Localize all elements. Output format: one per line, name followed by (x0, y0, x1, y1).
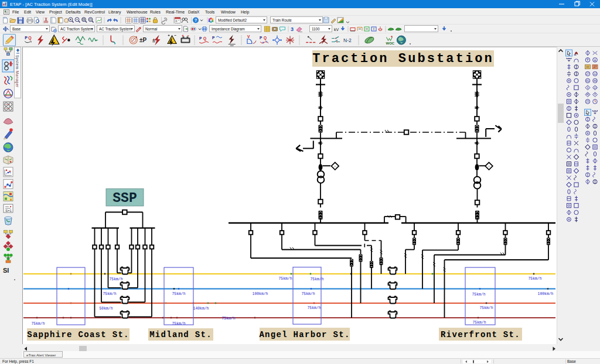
svg-text:75km/h: 75km/h (103, 292, 116, 296)
svg-text:75km/h: 75km/h (310, 277, 323, 281)
svg-text:Q: Q (28, 36, 32, 40)
svg-text:50km/h: 50km/h (99, 307, 112, 311)
svg-text:75km/h: 75km/h (221, 317, 235, 321)
svg-text:12: 12 (594, 72, 597, 75)
svg-text:S=1: S=1 (5, 209, 12, 212)
svg-text:8: 8 (594, 93, 596, 96)
svg-text:Sapphire Coast St.: Sapphire Coast St. (27, 330, 129, 339)
svg-text:75km/h: 75km/h (479, 306, 493, 310)
svg-text:21: 21 (586, 99, 589, 103)
svg-text:SI: SI (3, 267, 9, 274)
svg-text:P: P (199, 36, 202, 40)
svg-text:140km/h: 140km/h (193, 307, 209, 311)
svg-text:40: 40 (586, 93, 589, 96)
svg-text:N-2: N-2 (343, 37, 352, 43)
svg-text:27: 27 (586, 72, 589, 75)
svg-text:75km/h: 75km/h (472, 293, 485, 297)
svg-text:Midland St.: Midland St. (149, 330, 212, 339)
svg-text:75km/h: 75km/h (307, 306, 321, 310)
svg-text:±P: ±P (139, 37, 146, 43)
svg-text:WOC: WOC (386, 42, 395, 45)
svg-text:3: 3 (291, 26, 294, 32)
svg-text:?: ? (195, 18, 197, 23)
svg-text:21: 21 (488, 165, 490, 168)
svg-text:Traction Substation: Traction Substation (312, 51, 494, 66)
svg-text:SSP: SSP (112, 191, 137, 206)
svg-text:75km/h: 75km/h (31, 322, 45, 326)
svg-text:75km/h: 75km/h (172, 322, 185, 326)
svg-text:75km/h: 75km/h (172, 292, 185, 296)
svg-text:kV: kV (334, 28, 339, 32)
svg-text:P: P (260, 36, 262, 40)
svg-text:75km/h: 75km/h (528, 277, 541, 281)
svg-text:P: P (25, 36, 28, 40)
svg-text:Q: Q (203, 36, 206, 41)
svg-text:13: 13 (594, 87, 597, 90)
svg-text:Riverfront St.: Riverfront St. (441, 330, 520, 339)
svg-text:100km/h: 100km/h (253, 292, 268, 296)
svg-text:Angel Harbor St.: Angel Harbor St. (259, 330, 350, 339)
svg-text:Q: Q (264, 36, 267, 40)
svg-text:27: 27 (594, 65, 597, 68)
svg-text:75km/h: 75km/h (278, 277, 292, 281)
svg-text:75km/h: 75km/h (472, 321, 486, 325)
svg-text:V: V (247, 35, 250, 39)
svg-text:100km/h: 100km/h (538, 292, 554, 296)
svg-text:21: 21 (334, 165, 337, 168)
svg-text:81: 81 (586, 79, 589, 83)
svg-text:46: 46 (594, 79, 597, 83)
svg-text:75km/h: 75km/h (109, 277, 122, 281)
svg-text:75km/h: 75km/h (301, 292, 315, 296)
svg-text:9: 9 (587, 87, 589, 90)
svg-text:P: P (212, 36, 215, 40)
